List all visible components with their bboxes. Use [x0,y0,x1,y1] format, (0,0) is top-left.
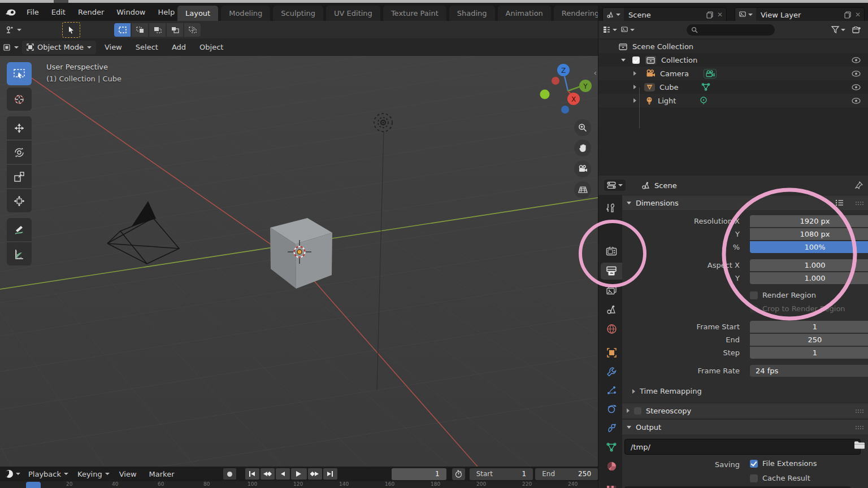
cube-label[interactable]: Cube [659,83,679,91]
tool-scale[interactable] [7,165,32,188]
tab-constraint-properties[interactable] [601,420,622,437]
timeline-view-menu[interactable]: View [114,465,142,483]
tool-transform[interactable] [7,189,32,212]
tab-texture-paint[interactable]: Texture Paint [383,6,446,21]
aspect-x-field[interactable]: 1.000 [750,259,868,271]
camera-hide-eye-icon[interactable] [852,71,861,77]
output-panel-header[interactable]: Output [622,419,868,434]
tab-uv-editing[interactable]: UV Editing [326,6,380,21]
stereoscopy-checkbox[interactable] [634,407,641,415]
scene-name[interactable]: Scene [624,11,706,19]
collection-label[interactable]: Collection [661,56,697,64]
use-preview-range-button[interactable] [452,468,465,480]
tab-world-properties[interactable] [601,320,622,337]
aspect-y-field[interactable]: 1.000 [750,272,868,284]
active-tool-icon[interactable] [5,25,21,34]
new-view-layer-icon[interactable] [844,11,852,19]
panel-drag-grip[interactable] [855,201,864,205]
tab-shading[interactable]: Shading [449,6,495,21]
tool-measure[interactable] [7,242,32,265]
nav-gizmo[interactable]: Z Y X [540,64,592,114]
timeline-playhead[interactable] [26,482,41,488]
tool-select-box[interactable] [7,62,32,85]
select-mode-extend-button[interactable] [132,23,148,37]
tab-material-properties[interactable] [601,457,622,474]
tab-layout[interactable]: Layout [177,6,218,21]
tab-modeling[interactable]: Modeling [221,6,270,21]
menu-window[interactable]: Window [110,3,151,21]
menu-file[interactable]: File [20,3,45,21]
play-button[interactable] [291,468,307,480]
collection-hide-eye-icon[interactable] [852,57,861,63]
tab-animation[interactable]: Animation [498,6,551,21]
tab-render-properties[interactable] [601,242,622,259]
outliner-row-scene-collection[interactable]: Scene Collection [598,40,868,53]
jump-to-start-button[interactable] [245,468,259,480]
select-mode-invert-button[interactable] [167,23,183,37]
resolution-y-field[interactable]: 1080 px [750,228,868,240]
crop-render-region-checkbox[interactable] [750,305,758,313]
light-hide-eye-icon[interactable] [852,98,861,104]
tab-view-layer-properties[interactable] [601,282,622,299]
panel-drag-grip[interactable] [855,425,864,429]
sidebar-collapse-arrow[interactable]: ‹ [593,68,597,77]
next-keyframe-button[interactable] [308,468,322,480]
output-path-field[interactable]: /tmp/ [624,439,861,455]
tweak-tool-button[interactable] [62,22,80,38]
outliner-display-mode-icon[interactable] [620,27,635,33]
stereoscopy-panel-header[interactable]: Stereoscopy [622,403,868,418]
viewport-menu-object[interactable]: Object [194,38,228,56]
file-extensions-checkbox[interactable] [750,460,758,468]
frame-start-prop-field[interactable]: 1 [750,321,868,333]
light-expand-caret[interactable] [633,98,636,103]
collection-expand-caret[interactable] [621,59,626,62]
jump-to-end-button[interactable] [323,468,337,480]
tab-rendering[interactable]: Rendering [554,6,598,21]
scene-selector[interactable]: Scene ✕ [602,7,727,22]
camera-view-button[interactable] [574,160,591,177]
tab-texture-properties[interactable] [601,482,622,488]
prev-keyframe-button[interactable] [261,468,275,480]
timeline-marker-menu[interactable]: Marker [144,465,180,483]
scene-type-icon[interactable] [603,8,624,21]
auto-keying-record-button[interactable] [223,468,236,480]
tab-output-properties[interactable] [601,263,622,280]
outliner-row-camera[interactable]: Camera [598,67,868,80]
view-layer-type-icon[interactable] [735,8,756,21]
view-layer-selector[interactable]: View Layer ✕ [735,7,865,22]
resolution-x-field[interactable]: 1920 px [750,215,868,227]
outliner-row-collection[interactable]: Collection [598,53,868,67]
editor-type-outliner-icon[interactable] [603,26,617,33]
tab-data-properties[interactable] [601,438,622,455]
new-scene-icon[interactable] [706,11,714,19]
camera-data-icon[interactable] [704,69,717,79]
viewport-menu-view[interactable]: View [99,38,127,56]
camera-label[interactable]: Camera [660,69,689,78]
render-region-checkbox[interactable] [750,291,758,299]
cache-result-checkbox[interactable] [750,474,758,482]
camera-object[interactable] [107,201,179,264]
select-mode-intersect-button[interactable] [184,23,201,37]
timeline-track[interactable]: 20 40 60 80 100 120 140 160 180 200 220 … [0,481,598,488]
unlink-scene-icon[interactable]: ✕ [717,11,723,19]
cube-hide-eye-icon[interactable] [852,84,861,90]
frame-step-field[interactable]: 1 [750,347,868,359]
zoom-view-button[interactable] [574,119,591,136]
pan-view-button[interactable] [574,140,591,156]
tool-cursor[interactable] [7,88,32,111]
viewport-3d[interactable]: Z Y X User Perspective (1) Collection | … [0,56,598,467]
editor-type-viewport-icon[interactable] [3,43,19,51]
cube-expand-caret[interactable] [633,85,636,89]
frame-rate-dropdown[interactable]: 24 fps [750,365,868,377]
tab-scene-properties[interactable] [601,301,622,318]
tool-rotate[interactable] [7,141,32,164]
tab-physics-properties[interactable] [601,400,622,417]
blender-logo-icon[interactable] [5,7,17,16]
object-mode-dropdown[interactable]: Object Mode [22,41,96,54]
tab-tool-properties[interactable] [601,199,622,216]
scene-collection-label[interactable]: Scene Collection [632,42,693,51]
select-mode-new-button[interactable] [114,23,131,37]
tool-move[interactable] [7,116,32,140]
tab-modifier-properties[interactable] [601,363,622,380]
editor-type-properties-icon[interactable] [604,180,626,191]
